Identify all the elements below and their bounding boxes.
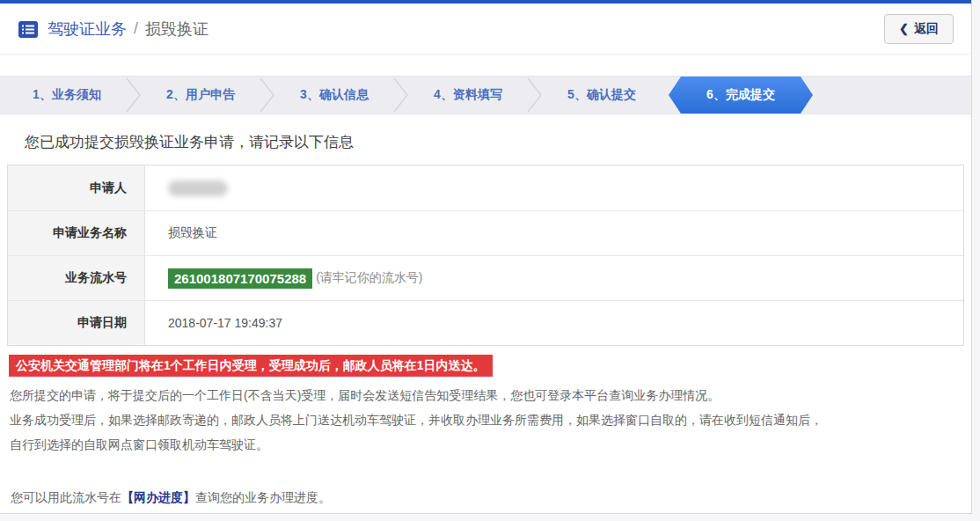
step-bar-filler <box>813 77 971 114</box>
chevron-left-icon: ❮ <box>899 23 909 34</box>
serial-number-badge: 261001807170075288 <box>168 268 312 289</box>
step-label: 5、确认提交 <box>567 87 636 103</box>
application-info-table: 申请人 申请业务名称 损毁换证 业务流水号 261001807170075288… <box>7 165 964 346</box>
step-label: 1、业务须知 <box>33 87 101 103</box>
instructions-text: 您所提交的申请，将于提交后的一个工作日(不含当天)受理，届时会发送短信告知受理结… <box>10 383 971 457</box>
wizard-step-bar: 1、业务须知 2、用户申告 3、确认信息 4、资料填写 5、确认提交 6、完成提… <box>0 76 971 114</box>
step-label: 3、确认信息 <box>300 87 369 103</box>
progress-note-suffix: 查询您的业务办理进度。 <box>195 490 331 504</box>
row-value: 2018-07-17 19:49:37 <box>145 301 963 345</box>
row-label: 申请业务名称 <box>8 211 145 255</box>
online-progress-link[interactable]: 【网办进度】 <box>121 490 195 504</box>
row-label: 业务流水号 <box>8 256 145 300</box>
row-label: 申请人 <box>8 165 145 210</box>
step-1-business-notice: 1、业务须知 <box>0 77 134 114</box>
serial-number-note: (请牢记你的流水号) <box>316 270 422 286</box>
success-heading: 您已成功提交损毁换证业务申请，请记录以下信息 <box>25 132 971 152</box>
instruction-line: 您所提交的申请，将于提交后的一个工作日(不含当天)受理，届时会发送短信告知受理结… <box>10 383 971 407</box>
table-row-apply-date: 申请日期 2018-07-17 19:49:37 <box>8 300 963 345</box>
back-button[interactable]: ❮ 返回 <box>884 14 954 44</box>
page-header: 驾驶证业务 / 损毁换证 ❮ 返回 <box>0 4 971 55</box>
step-6-complete-submit: 6、完成提交 <box>669 77 813 114</box>
back-button-label: 返回 <box>914 21 939 37</box>
row-value <box>145 165 963 210</box>
step-label: 4、资料填写 <box>434 87 502 103</box>
breadcrumb-current: 损毁换证 <box>145 18 208 40</box>
step-2-user-declaration: 2、用户申告 <box>134 77 267 114</box>
instruction-line: 自行到选择的自取网点窗口领取机动车驾驶证。 <box>10 432 971 457</box>
table-row-business-name: 申请业务名称 损毁换证 <box>8 210 963 255</box>
page-container: 驾驶证业务 / 损毁换证 ❮ 返回 1、业务须知 2、用户申告 3、确认信息 4… <box>0 0 972 514</box>
redacted-applicant-name <box>168 180 228 196</box>
step-4-fill-materials: 4、资料填写 <box>401 77 535 114</box>
step-5-confirm-submit: 5、确认提交 <box>535 77 669 114</box>
row-value: 261001807170075288 (请牢记你的流水号) <box>145 256 963 300</box>
row-value: 损毁换证 <box>145 211 963 255</box>
step-3-confirm-info: 3、确认信息 <box>267 77 401 114</box>
instruction-line: 业务成功受理后，如果选择邮政寄递的，邮政人员将上门送达机动车驾驶证，并收取办理业… <box>10 407 971 432</box>
breadcrumb-section: 驾驶证业务 <box>48 18 127 40</box>
breadcrumb-separator: / <box>134 19 138 38</box>
table-row-applicant: 申请人 <box>8 165 963 210</box>
progress-note-prefix: 您可以用此流水号在 <box>11 490 121 504</box>
list-icon <box>18 18 39 40</box>
step-label: 6、完成提交 <box>706 87 775 103</box>
progress-note: 您可以用此流水号在【网办进度】查询您的业务办理进度。 <box>11 490 971 506</box>
processing-alert-banner: 公安机关交通管理部门将在1个工作日内受理，受理成功后，邮政人员将在1日内送达。 <box>9 355 493 377</box>
step-label: 2、用户申告 <box>166 87 235 103</box>
table-row-serial-number: 业务流水号 261001807170075288 (请牢记你的流水号) <box>8 255 963 300</box>
row-label: 申请日期 <box>8 301 145 345</box>
